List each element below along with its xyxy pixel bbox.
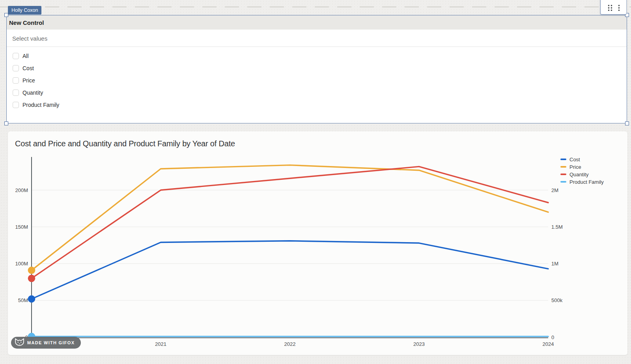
checkbox[interactable] xyxy=(13,65,19,71)
filter-option-cost[interactable]: Cost xyxy=(13,62,627,74)
right-axis-tick: 2M xyxy=(551,187,558,193)
series-line-quantity xyxy=(32,166,548,278)
legend-item-product-family[interactable]: Product Family xyxy=(560,179,604,185)
x-axis-tick: 2023 xyxy=(413,341,425,347)
filter-option-label: All xyxy=(22,53,29,59)
left-axis-tick: 150M xyxy=(15,224,28,230)
x-axis-tick: 2021 xyxy=(155,341,166,347)
right-axis-tick: 500k xyxy=(551,297,563,303)
selection-handle-bottom-right[interactable] xyxy=(625,121,629,125)
legend-label: Product Family xyxy=(569,179,604,185)
gifox-watermark: MADE WITH GIFOX xyxy=(11,337,81,349)
chart-legend: CostPriceQuantityProduct Family xyxy=(560,157,604,185)
legend-label: Price xyxy=(569,164,581,170)
left-axis-tick: 50M xyxy=(18,297,28,303)
control-title: New Control xyxy=(7,15,627,30)
selection-handle-bottom-left[interactable] xyxy=(4,121,8,125)
filter-option-label: Product Family xyxy=(22,102,59,108)
series-start-marker-cost xyxy=(28,295,35,303)
legend-swatch xyxy=(560,181,566,183)
left-axis-tick: 200M xyxy=(15,187,28,193)
fox-icon xyxy=(15,338,24,347)
layout-dashed-guide xyxy=(0,6,631,7)
legend-swatch xyxy=(560,174,566,175)
filter-option-label: Price xyxy=(22,77,35,84)
right-axis-tick: 1M xyxy=(551,261,558,267)
filter-control-panel: New Control Select values AllCostPriceQu… xyxy=(6,15,627,123)
more-options-icon[interactable] xyxy=(618,4,620,11)
drag-handle-icon[interactable] xyxy=(607,4,613,11)
left-axis-tick: 100M xyxy=(15,261,28,267)
x-axis-tick: 2024 xyxy=(543,341,554,347)
filter-option-label: Quantity xyxy=(22,90,43,96)
filter-option-quantity[interactable]: Quantity xyxy=(13,86,627,99)
right-axis-tick: 1.5M xyxy=(551,224,563,230)
series-start-marker-quantity xyxy=(28,275,35,282)
legend-item-price[interactable]: Price xyxy=(560,164,604,170)
element-toolbar xyxy=(600,0,627,15)
line-chart-svg: 050M100M150M200M0500k1M1.5M2M20212022202… xyxy=(8,131,627,355)
right-axis-tick: 0 xyxy=(551,334,554,340)
filter-option-product-family[interactable]: Product Family xyxy=(13,99,627,111)
filter-option-price[interactable]: Price xyxy=(13,74,627,86)
line-chart-card: Cost and Price and Quantity and Product … xyxy=(8,131,627,355)
presence-tag-label: Holly Coxon xyxy=(11,7,38,13)
series-line-cost xyxy=(32,241,548,299)
checkbox[interactable] xyxy=(13,90,19,96)
checkbox[interactable] xyxy=(13,53,19,59)
checkbox[interactable] xyxy=(13,77,19,84)
legend-item-cost[interactable]: Cost xyxy=(560,157,604,162)
legend-label: Cost xyxy=(569,157,580,162)
filter-option-label: Cost xyxy=(22,65,34,71)
control-placeholder[interactable]: Select values xyxy=(7,30,627,47)
filter-options-list: AllCostPriceQuantityProduct Family xyxy=(7,47,627,111)
legend-swatch xyxy=(560,166,566,168)
x-axis-tick: 2022 xyxy=(284,341,296,347)
checkbox[interactable] xyxy=(13,102,19,108)
presence-tag: Holly Coxon xyxy=(8,6,41,15)
filter-option-all[interactable]: All xyxy=(13,50,627,62)
legend-swatch xyxy=(560,159,566,161)
legend-item-quantity[interactable]: Quantity xyxy=(560,172,604,177)
watermark-label: MADE WITH GIFOX xyxy=(27,340,75,345)
series-start-marker-price xyxy=(28,267,35,274)
legend-label: Quantity xyxy=(569,172,588,177)
